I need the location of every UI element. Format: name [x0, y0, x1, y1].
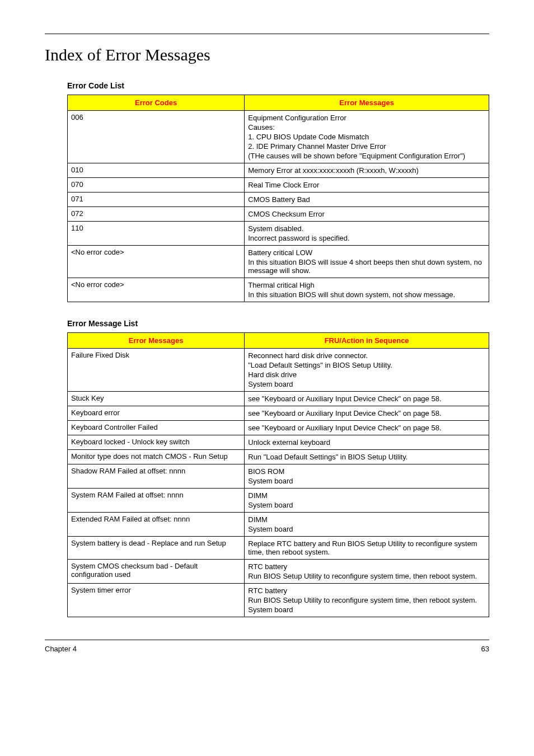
table-cell-line: In this situation BIOS will shut down sy…	[248, 290, 485, 299]
table-cell-right: Memory Error at xxxx:xxxx:xxxxh (R:xxxxh…	[245, 163, 489, 178]
error-code-table: Error Codes Error Messages 006Equipment …	[67, 95, 489, 302]
table-cell-line: Memory Error at xxxx:xxxx:xxxxh (R:xxxxh…	[248, 166, 485, 175]
table-cell-line: Hard disk drive	[248, 370, 485, 379]
table-cell-line: 2. IDE Primary Channel Master Drive Erro…	[248, 142, 485, 151]
table-cell-left: 006	[68, 111, 245, 163]
table-cell-right: DIMMSystem board	[245, 513, 489, 537]
table-cell-right: Unlock external keyboard	[245, 435, 489, 450]
table-row: 072CMOS Checksum Error	[68, 207, 489, 222]
table2-title: Error Message List	[67, 319, 489, 328]
table-row: 010Memory Error at xxxx:xxxx:xxxxh (R:xx…	[68, 163, 489, 178]
table-cell-line: Reconnect hard disk drive connector.	[248, 351, 485, 360]
table-cell-left: 072	[68, 207, 245, 222]
table-cell-left: 070	[68, 178, 245, 192]
table-cell-left: Stuck Key	[68, 392, 245, 406]
table-cell-left: Keyboard locked - Unlock key switch	[68, 435, 245, 450]
table-row: Monitor type does not match CMOS - Run S…	[68, 450, 489, 464]
table-row: 110System disabled.Incorrect password is…	[68, 222, 489, 246]
table-cell-line: see "Keyboard or Auxiliary Input Device …	[248, 408, 485, 418]
table-cell-line: System disabled.	[248, 224, 485, 233]
page-title: Index of Error Messages	[45, 45, 489, 64]
table-cell-right: see "Keyboard or Auxiliary Input Device …	[245, 392, 489, 406]
table-cell-line: Run BIOS Setup Utility to reconfigure sy…	[248, 595, 485, 605]
table-cell-left: Monitor type does not match CMOS - Run S…	[68, 450, 245, 464]
table-cell-line: Incorrect password is specified.	[248, 233, 485, 243]
table-cell-right: DIMMSystem board	[245, 489, 489, 513]
table-cell-line: RTC battery	[248, 586, 485, 595]
table-cell-right: Reconnect hard disk drive connector."Loa…	[245, 349, 489, 392]
table-cell-left: <No error code>	[68, 246, 245, 278]
table-cell-line: System board	[248, 605, 485, 614]
table-cell-right: Run "Load Default Settings" in BIOS Setu…	[245, 450, 489, 464]
table-cell-line: Causes:	[248, 123, 485, 132]
footer-chapter: Chapter 4	[45, 645, 77, 653]
table-row: System RAM Failed at offset: nnnnDIMMSys…	[68, 489, 489, 513]
table-cell-line: see "Keyboard or Auxiliary Input Device …	[248, 423, 485, 433]
table-cell-line: Battery critical LOW	[248, 248, 485, 257]
table-cell-right: Equipment Configuration ErrorCauses:1. C…	[245, 111, 489, 163]
table-cell-left: System CMOS checksum bad - Default confi…	[68, 560, 245, 584]
top-rule	[45, 34, 489, 34]
table-row: 006Equipment Configuration ErrorCauses:1…	[68, 111, 489, 163]
table-cell-right: see "Keyboard or Auxiliary Input Device …	[245, 421, 489, 435]
table-cell-left: System battery is dead - Replace and run…	[68, 537, 245, 560]
table-cell-line: System board	[248, 379, 485, 389]
page-footer: Chapter 4 63	[45, 640, 489, 653]
table-cell-right: RTC batteryRun BIOS Setup Utility to rec…	[245, 584, 489, 617]
table-cell-line: 1. CPU BIOS Update Code Mismatch	[248, 132, 485, 142]
table-row: Shadow RAM Failed at offset: nnnnBIOS RO…	[68, 464, 489, 489]
table-cell-line: Equipment Configuration Error	[248, 113, 485, 123]
table-cell-line: Run "Load Default Settings" in BIOS Setu…	[248, 452, 485, 462]
table-cell-right: BIOS ROMSystem board	[245, 464, 489, 489]
table-row: 070Real Time Clock Error	[68, 178, 489, 192]
table-cell-left: <No error code>	[68, 278, 245, 302]
footer-page-number: 63	[481, 645, 489, 653]
table-cell-line: Run BIOS Setup Utility to reconfigure sy…	[248, 571, 485, 581]
table-cell-line: BIOS ROM	[248, 467, 485, 476]
table-cell-line: CMOS Battery Bad	[248, 195, 485, 204]
table-row: <No error code>Thermal critical HighIn t…	[68, 278, 489, 302]
table-cell-right: RTC batteryRun BIOS Setup Utility to rec…	[245, 560, 489, 584]
table-cell-left: Extended RAM Failed at offset: nnnn	[68, 513, 245, 537]
table-cell-right: Thermal critical HighIn this situation B…	[245, 278, 489, 302]
table-row: System timer errorRTC batteryRun BIOS Se…	[68, 584, 489, 617]
table-cell-line: Unlock external keyboard	[248, 438, 485, 447]
table-cell-line: Replace RTC battery and Run BIOS Setup U…	[248, 539, 485, 557]
table-cell-line: see "Keyboard or Auxiliary Input Device …	[248, 394, 485, 403]
table-row: Stuck Keysee "Keyboard or Auxiliary Inpu…	[68, 392, 489, 406]
table1-header-codes: Error Codes	[68, 95, 245, 111]
table-cell-left: Keyboard error	[68, 406, 245, 421]
table-cell-right: CMOS Battery Bad	[245, 192, 489, 207]
table-cell-line: System board	[248, 524, 485, 534]
table-cell-left: System RAM Failed at offset: nnnn	[68, 489, 245, 513]
table-row: Failure Fixed DiskReconnect hard disk dr…	[68, 349, 489, 392]
table-cell-right: CMOS Checksum Error	[245, 207, 489, 222]
table-cell-line: (THe causes will be shown before "Equipm…	[248, 151, 485, 161]
table-cell-left: System timer error	[68, 584, 245, 617]
table-cell-left: Shadow RAM Failed at offset: nnnn	[68, 464, 245, 489]
table-cell-line: System board	[248, 476, 485, 486]
table-cell-right: Replace RTC battery and Run BIOS Setup U…	[245, 537, 489, 560]
table-cell-left: Keyboard Controller Failed	[68, 421, 245, 435]
table2-header-action: FRU/Action in Sequence	[245, 333, 489, 349]
table-row: System CMOS checksum bad - Default confi…	[68, 560, 489, 584]
table-cell-right: Battery critical LOWIn this situation BI…	[245, 246, 489, 278]
table-cell-left: 071	[68, 192, 245, 207]
table-row: Keyboard Controller Failedsee "Keyboard …	[68, 421, 489, 435]
table2-header-messages: Error Messages	[68, 333, 245, 349]
table-cell-line: "Load Default Settings" in BIOS Setup Ut…	[248, 360, 485, 370]
table-cell-line: Real Time Clock Error	[248, 180, 485, 190]
table-row: 071CMOS Battery Bad	[68, 192, 489, 207]
error-message-table: Error Messages FRU/Action in Sequence Fa…	[67, 332, 489, 617]
table-cell-line: System board	[248, 500, 485, 510]
table-cell-line: Thermal critical High	[248, 280, 485, 290]
table-cell-line: RTC battery	[248, 562, 485, 571]
table-row: Keyboard locked - Unlock key switchUnloc…	[68, 435, 489, 450]
table-row: Extended RAM Failed at offset: nnnnDIMMS…	[68, 513, 489, 537]
table-cell-right: Real Time Clock Error	[245, 178, 489, 192]
table-cell-left: 010	[68, 163, 245, 178]
table-cell-line: DIMM	[248, 515, 485, 524]
table-cell-left: 110	[68, 222, 245, 246]
table-row: System battery is dead - Replace and run…	[68, 537, 489, 560]
table1-header-messages: Error Messages	[245, 95, 489, 111]
